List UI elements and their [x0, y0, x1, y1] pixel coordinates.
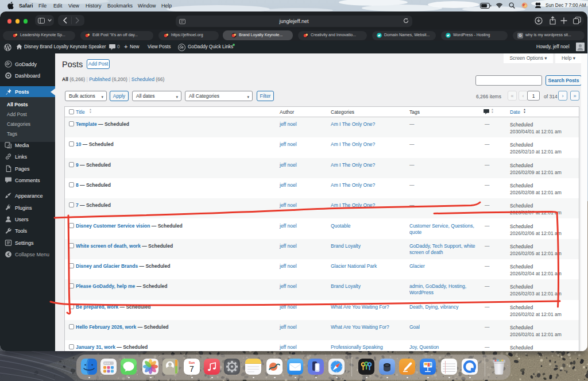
svg-text:7: 7: [189, 364, 194, 374]
